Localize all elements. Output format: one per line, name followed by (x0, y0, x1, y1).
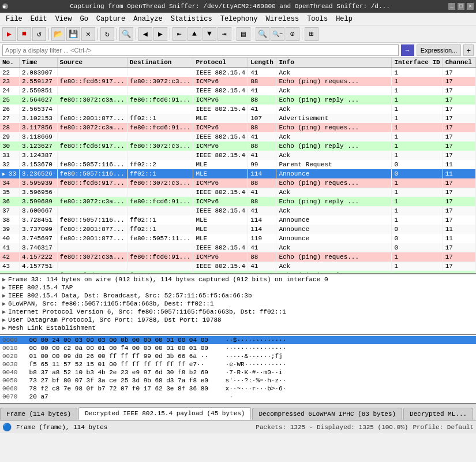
table-row[interactable]: 242.559851IEEE 802.15.441Ack117 (0, 86, 476, 95)
col-channel[interactable]: Channel (443, 58, 475, 68)
col-length[interactable]: Length (248, 58, 276, 68)
window-buttons: _ □ ✕ (448, 3, 474, 10)
col-protocol[interactable]: Protocol (193, 58, 248, 68)
maximize-button[interactable]: □ (458, 3, 464, 10)
table-row[interactable]: 252.564627fe80::3072:c3a...fe80::fcd6:91… (0, 95, 476, 105)
next-btn[interactable]: ▶ (153, 27, 167, 41)
detail-row[interactable]: ▶6LoWPAN, Src: fe80::5057:1165:f56a:663b… (2, 300, 474, 308)
table-row[interactable]: 222.083907IEEE 802.15.441Ack117 (0, 68, 476, 77)
filter-add-button[interactable]: + (463, 44, 474, 56)
cell-data: fe80::fcd6:91... (127, 95, 193, 105)
bottom-tab-3[interactable]: Decrypted ML... (403, 408, 473, 420)
table-row[interactable]: 232.559127fe80::fcd6:917...fe80::3072:c3… (0, 77, 476, 86)
restart-btn[interactable]: ↺ (32, 27, 46, 41)
table-row[interactable]: 262.565374IEEE 802.15.441Ack117 (0, 105, 476, 114)
menu-item-help[interactable]: Help (332, 14, 356, 24)
close-btn[interactable]: ✕ (81, 27, 95, 41)
hex-row[interactable]: 0020 01 00 00 09 d8 26 00 ff ff ff 99 0d… (0, 352, 476, 360)
menu-item-wireless[interactable]: Wireless (263, 14, 303, 24)
col-no[interactable]: No. (0, 58, 20, 68)
table-row[interactable]: 393.737099fe80::2001:877...ff02::1MLE114… (0, 225, 476, 234)
start-btn[interactable]: ▶ (2, 27, 16, 41)
table-row[interactable]: 293.118669IEEE 802.15.441Ack117 (0, 132, 476, 141)
detail-row[interactable]: ▶Frame 33: 114 bytes on wire (912 bits),… (2, 275, 474, 284)
bottom-tab-2[interactable]: Decompressed 6LoWPAN IPHC (83 bytes) (252, 408, 402, 420)
menu-item-telephony[interactable]: Telephony (217, 14, 261, 24)
hex-row[interactable]: 0030 f5 65 11 57 52 15 01 00 ff ff ff ff… (0, 360, 476, 368)
hex-row[interactable]: 0070 20 a7 · (0, 393, 476, 401)
table-row[interactable]: 403.745697fe80::2001:877...fe80::5057:11… (0, 234, 476, 243)
zoom-out-btn[interactable]: 🔍− (271, 27, 284, 41)
open-btn[interactable]: 📂 (51, 27, 65, 41)
find-btn[interactable]: 🔍 (119, 27, 133, 41)
cell-data: 1 (392, 151, 443, 160)
hex-row[interactable]: 0060 78 f2 c8 7e 98 0f b7 72 07 f0 17 62… (0, 385, 476, 393)
hex-row[interactable]: 0050 73 27 bf 80 07 3f 3a ce 25 3d 9b 68… (0, 377, 476, 385)
detail-row[interactable]: ▶IEEE 802.15.4 TAP (2, 284, 474, 292)
reload-btn[interactable]: ↻ (100, 27, 114, 41)
cell-data (127, 68, 193, 77)
jump-first-btn[interactable]: ⇤ (173, 27, 186, 41)
col-time[interactable]: Time (20, 58, 57, 68)
bottom-tab-1[interactable]: Decrypted IEEE 802.15.4 payload (45 byte… (78, 407, 251, 420)
table-row[interactable]: 383.728451fe80::5057:116...ff02::1MLE114… (0, 215, 476, 225)
col-interface-id[interactable]: Interface ID (392, 58, 443, 68)
zoom-in-btn[interactable]: 🔍 (256, 27, 269, 41)
table-row[interactable]: 283.117856fe80::3072:c3a...fe80::fcd6:91… (0, 123, 476, 132)
jump-down-btn[interactable]: ▼ (203, 27, 216, 41)
col-info[interactable]: Info (276, 58, 392, 68)
hex-offset: 0020 (2, 352, 25, 360)
table-row[interactable]: 273.102153fe80::2001:877...ff02::1MLE107… (0, 114, 476, 123)
close-button[interactable]: ✕ (467, 3, 474, 10)
prev-btn[interactable]: ◀ (138, 27, 152, 41)
col-destination[interactable]: Destination (127, 58, 193, 68)
menu-item-view[interactable]: View (52, 14, 76, 24)
hex-row[interactable]: 0010 00 00 00 c2 0a 00 01 00 f4 00 00 00… (0, 344, 476, 352)
menu-item-go[interactable]: Go (76, 14, 91, 24)
menu-item-edit[interactable]: Edit (27, 14, 51, 24)
packet-list-container: No. Time Source Destination Protocol Len… (0, 58, 476, 274)
cell-data: 3.236526 (20, 169, 57, 178)
jump-last-btn[interactable]: ⇥ (218, 27, 231, 41)
jump-up-btn[interactable]: ▲ (188, 27, 201, 41)
table-row[interactable]: 313.124387IEEE 802.15.441Ack117 (0, 151, 476, 160)
detail-row[interactable]: ▶Mesh Link Establishment (2, 324, 474, 332)
cell-data: 1 (392, 95, 443, 105)
table-row[interactable]: 373.600667IEEE 802.15.441Ack117 (0, 206, 476, 215)
table-row[interactable]: 343.595939fe80::fcd6:917...fe80::3072:c3… (0, 178, 476, 188)
minimize-button[interactable]: _ (448, 3, 455, 10)
colorize-btn[interactable]: ▤ (237, 27, 250, 41)
menu-item-statistics[interactable]: Statistics (167, 14, 216, 24)
zoom-reset-btn[interactable]: ⊙ (286, 27, 299, 41)
menu-item-file[interactable]: File (2, 14, 26, 24)
table-row[interactable]: ▶ 333.236526fe80::5057:116...ff02::1MLE1… (0, 169, 476, 178)
table-row[interactable]: 303.123627fe80::fcd6:917...fe80::3072:c3… (0, 141, 476, 151)
filter-apply-button[interactable]: → (401, 44, 414, 56)
detail-row[interactable]: ▶IEEE 802.15.4 Data, Dst: Broadcast, Src… (2, 292, 474, 300)
menu-item-tools[interactable]: Tools (303, 14, 331, 24)
filter-input[interactable] (2, 44, 399, 56)
hex-ascii: ·e·WR··········· (222, 360, 474, 368)
col-source[interactable]: Source (57, 58, 127, 68)
stop-btn[interactable]: ■ (17, 27, 31, 41)
sep7 (253, 28, 253, 40)
resize-cols-btn[interactable]: ⊞ (305, 27, 318, 41)
filter-expression-button[interactable]: Expression... (417, 44, 462, 56)
detail-row[interactable]: ▶User Datagram Protocol, Src Port: 19788… (2, 316, 474, 324)
table-row[interactable]: 363.599689fe80::3072:c3a...fe80::fcd6:91… (0, 197, 476, 206)
table-row[interactable]: 413.746317IEEE 802.15.441Ack017 (0, 243, 476, 252)
menu-item-analyze[interactable]: Analyze (130, 14, 166, 24)
cell-data: 3.118669 (20, 132, 57, 141)
menu-item-capture[interactable]: Capture (93, 14, 129, 24)
hex-row[interactable]: 0000 00 00 24 00 03 00 03 00 0b 00 00 00… (0, 336, 476, 344)
cell-data: ICMPv6 (193, 77, 248, 86)
bottom-tab-0[interactable]: Frame (114 bytes) (0, 408, 77, 420)
table-row[interactable]: 434.157751IEEE 802.15.441Ack117 (0, 262, 476, 271)
save-btn[interactable]: 💾 (66, 27, 80, 41)
detail-row[interactable]: ▶Internet Protocol Version 6, Src: fe80:… (2, 308, 474, 316)
table-row[interactable]: 424.157222fe80::3072:c3a...fe80::fcd6:91… (0, 252, 476, 262)
table-row[interactable]: 353.596956IEEE 802.15.441Ack117 (0, 188, 476, 197)
hex-row[interactable]: 0040 b8 37 a8 52 10 b3 4b 2e 23 e9 97 6d… (0, 368, 476, 377)
table-row[interactable]: 323.153670fe80::5057:116...ff02::2MLE99P… (0, 160, 476, 169)
cell-data: 1 (392, 132, 443, 141)
